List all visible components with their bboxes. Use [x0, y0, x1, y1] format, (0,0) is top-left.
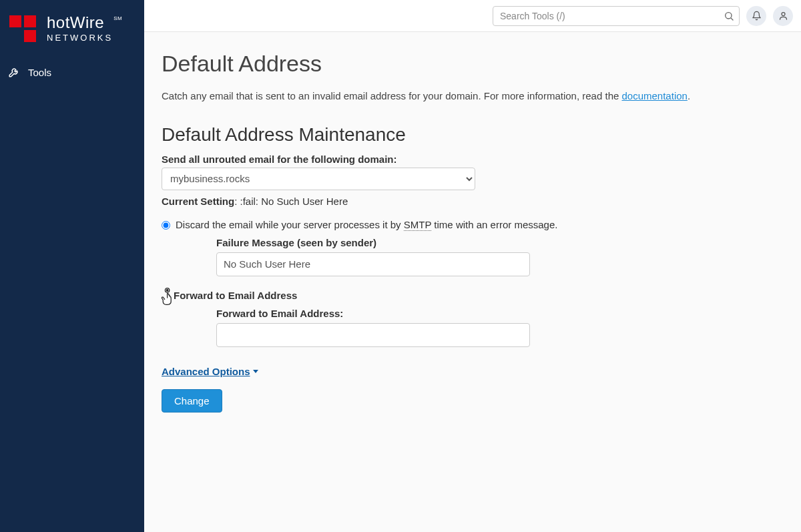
sidebar-item-label: Tools	[28, 67, 51, 78]
domain-select[interactable]: mybusiness.rocks	[162, 168, 475, 190]
brand-logo: hotWireSM NETWORKS	[0, 0, 144, 57]
chevron-down-icon	[253, 370, 258, 373]
advanced-options-toggle[interactable]: Advanced Options	[162, 366, 258, 377]
domain-label: Send all unrouted email for the followin…	[162, 154, 784, 165]
failure-label: Failure Message (seen by sender)	[216, 237, 784, 248]
bell-icon	[752, 11, 762, 21]
forward-input[interactable]	[216, 323, 530, 347]
failure-input[interactable]	[216, 252, 530, 276]
radio-discard[interactable]	[162, 221, 170, 230]
documentation-link[interactable]: documentation	[622, 90, 688, 101]
svg-point-2	[782, 13, 785, 16]
sidebar-item-tools[interactable]: Tools	[0, 57, 144, 87]
user-icon	[778, 11, 788, 21]
page-title: Default Address	[162, 51, 784, 77]
search-wrap	[493, 6, 740, 26]
main-area: Default Address Catch any email that is …	[144, 0, 801, 532]
change-button[interactable]: Change	[162, 389, 222, 413]
current-setting: Current Setting: :fail: No Such User Her…	[162, 196, 784, 207]
svg-point-4	[166, 289, 168, 290]
forward-field-label: Forward to Email Address:	[216, 308, 784, 319]
sidebar: hotWireSM NETWORKS Tools	[0, 0, 144, 532]
option-discard: Discard the email while your server proc…	[162, 219, 784, 230]
radio-forward-label[interactable]: Forward to Email Address	[174, 290, 297, 301]
account-button[interactable]	[773, 6, 793, 26]
failure-block: Failure Message (seen by sender)	[216, 237, 784, 276]
radio-discard-label[interactable]: Discard the email while your server proc…	[176, 219, 557, 230]
notifications-button[interactable]	[746, 6, 766, 26]
option-forward: Forward to Email Address	[162, 290, 784, 301]
forward-block: Forward to Email Address:	[216, 308, 784, 347]
brand-logo-mark	[7, 15, 40, 42]
topbar	[144, 0, 801, 32]
brand-logo-text: hotWireSM NETWORKS	[47, 15, 113, 42]
section-title: Default Address Maintenance	[162, 124, 784, 146]
pointer-cursor-icon	[160, 287, 178, 308]
search-input[interactable]	[493, 6, 740, 26]
page-intro: Catch any email that is sent to an inval…	[162, 89, 784, 104]
content: Default Address Catch any email that is …	[144, 32, 801, 532]
tools-icon	[8, 66, 20, 78]
